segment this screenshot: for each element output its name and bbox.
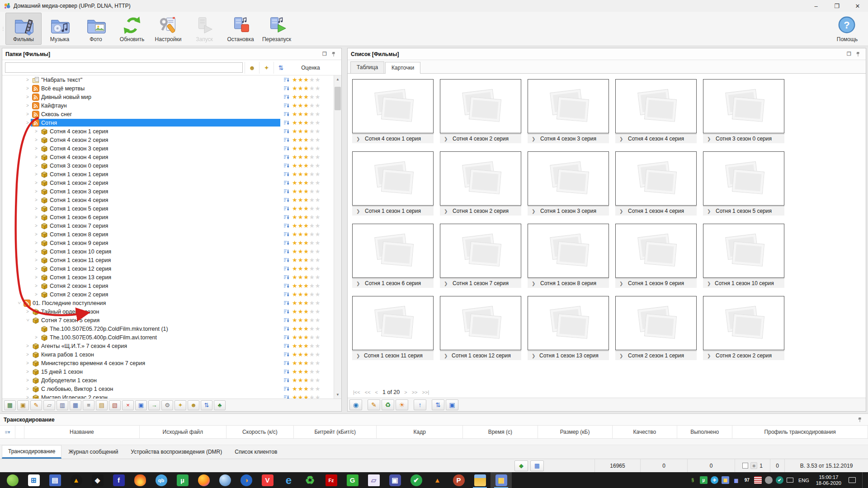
rating-stars[interactable]: ★★★★★ bbox=[292, 300, 334, 306]
chevron-right-icon[interactable]: > bbox=[33, 292, 39, 297]
refresh-page-icon[interactable]: ♻ bbox=[382, 399, 394, 410]
rating-stars[interactable]: ★★★★★ bbox=[292, 360, 334, 366]
card-expand-chevron-icon[interactable]: ❯ bbox=[440, 136, 452, 141]
chevron-right-icon[interactable]: > bbox=[24, 77, 31, 82]
telegram-icon[interactable]: ✈ bbox=[711, 476, 718, 484]
tree-row[interactable]: >Сотня 1 сезон 4 серия★★★★★ bbox=[2, 196, 334, 204]
tree-scrollbar[interactable]: ▲ ▼ bbox=[334, 75, 341, 399]
taskbar-app-foobar[interactable]: ◆ bbox=[87, 472, 108, 488]
chevron-right-icon[interactable]: > bbox=[33, 223, 39, 228]
media-card[interactable]: ❯Сотня 2 сезон 1 серия bbox=[615, 296, 697, 360]
media-card[interactable]: ❯Сотня 4 сезон 1 серия bbox=[352, 79, 434, 143]
rating-stars[interactable]: ★★★★★ bbox=[292, 317, 334, 324]
media-card[interactable]: ❯Сотня 2 сезон 2 серия bbox=[703, 296, 784, 360]
maximize-button[interactable]: ❐ bbox=[826, 0, 847, 12]
folder-go-icon[interactable]: → bbox=[148, 400, 160, 410]
toolbar-button-фото[interactable]: Фото bbox=[78, 13, 114, 45]
rating-stars[interactable]: ★★★★★ bbox=[292, 377, 334, 384]
media-card[interactable]: ❯Сотня 1 сезон 3 серия bbox=[528, 151, 609, 216]
pin-icon[interactable] bbox=[329, 50, 338, 58]
language-indicator[interactable]: ENG bbox=[797, 478, 811, 483]
dragon-icon[interactable]: § bbox=[689, 476, 697, 484]
card-expand-chevron-icon[interactable]: ❯ bbox=[352, 353, 364, 358]
gear-icon[interactable]: ⚙ bbox=[161, 400, 173, 410]
tree-row[interactable]: >Кайфтаун★★★★★ bbox=[2, 101, 334, 110]
edit-icon[interactable]: ✎ bbox=[30, 400, 42, 410]
chevron-right-icon[interactable]: > bbox=[33, 146, 39, 151]
chevron-right-icon[interactable]: > bbox=[24, 309, 31, 314]
page-nav-button[interactable]: < bbox=[375, 389, 378, 395]
tree-row[interactable]: >Сотня 1 сезон 10 серия★★★★★ bbox=[2, 247, 334, 256]
card-expand-chevron-icon[interactable]: ❯ bbox=[440, 353, 452, 358]
taskbar-app-store[interactable]: ⊞ bbox=[23, 472, 44, 488]
tree-row[interactable]: >Дивный новый мир★★★★★ bbox=[2, 93, 334, 101]
rating-stars[interactable]: ★★★★★ bbox=[292, 205, 334, 212]
taskbar-app-edge[interactable]: e bbox=[278, 472, 299, 488]
tree-row[interactable]: >Тайный орден 2 сезон★★★★★ bbox=[2, 307, 334, 316]
media-card[interactable]: ❯Сотня 1 сезон 11 серия bbox=[352, 296, 434, 360]
media-card[interactable]: ❯Сотня 1 сезон 10 серия bbox=[703, 224, 784, 288]
chevron-right-icon[interactable]: > bbox=[33, 129, 39, 134]
chevron-right-icon[interactable]: > bbox=[24, 112, 31, 117]
battery-97-icon[interactable]: 97 bbox=[743, 476, 751, 484]
scrollbar-thumb[interactable] bbox=[335, 87, 341, 110]
plant-icon[interactable]: ♣ bbox=[214, 400, 226, 410]
hms-icon[interactable]: ▦ bbox=[722, 476, 729, 484]
toolbar-button-перезапуск[interactable]: Перезапуск bbox=[259, 13, 295, 45]
show-desktop-button[interactable] bbox=[862, 472, 864, 488]
tree-row[interactable]: >Всё ещё мертвы★★★★★ bbox=[2, 84, 334, 93]
card-expand-chevron-icon[interactable]: ❯ bbox=[615, 281, 627, 286]
taskbar-app-flame[interactable] bbox=[129, 472, 151, 488]
minimize-button[interactable]: – bbox=[806, 0, 826, 12]
utorrent-icon[interactable]: µ bbox=[700, 476, 708, 484]
media-card[interactable]: ❯Сотня 1 сезон 12 серия bbox=[440, 296, 521, 360]
rating-stars[interactable]: ★★★★★ bbox=[292, 145, 334, 152]
taskbar-app-qbittorrent[interactable]: qb bbox=[151, 472, 172, 488]
card-expand-chevron-icon[interactable]: ❯ bbox=[528, 209, 539, 214]
chevron-right-icon[interactable]: > bbox=[24, 103, 31, 108]
tree-row[interactable]: >Сквозь снег★★★★★ bbox=[2, 110, 334, 118]
column-header[interactable]: Кадр bbox=[377, 426, 463, 438]
save-icon[interactable]: ▣ bbox=[135, 400, 147, 410]
taskbar-app-filezilla[interactable]: Fz bbox=[321, 472, 342, 488]
tree-row[interactable]: >Сотня 2 сезон 2 серия★★★★★ bbox=[2, 290, 334, 299]
user-icon[interactable]: ☻ bbox=[188, 400, 199, 410]
tree-row[interactable]: >Сотня 1 сезон 8 серия★★★★★ bbox=[2, 230, 334, 239]
tree-row[interactable]: >Сотня 1 сезон 7 серия★★★★★ bbox=[2, 221, 334, 230]
sort-media-icon[interactable]: ⇅ bbox=[432, 399, 444, 410]
card-expand-chevron-icon[interactable]: ❯ bbox=[528, 281, 539, 286]
page-nav-button[interactable]: > bbox=[404, 389, 407, 395]
rating-stars[interactable]: ★★★★★ bbox=[292, 282, 334, 289]
rating-stars[interactable]: ★★★★★ bbox=[292, 188, 334, 195]
chevron-right-icon[interactable]: > bbox=[24, 352, 31, 357]
card-expand-chevron-icon[interactable]: ❯ bbox=[352, 136, 364, 141]
media-card[interactable]: ❯Сотня 1 сезон 1 серия bbox=[352, 151, 434, 216]
tab-карточки[interactable]: Карточки bbox=[385, 62, 420, 74]
panel-maximize-icon[interactable]: ❐ bbox=[844, 50, 854, 58]
taskbar-app-explorer[interactable] bbox=[469, 472, 491, 488]
taskbar-app-remote[interactable]: ◑ bbox=[236, 472, 257, 488]
save-icon[interactable]: ▣ bbox=[446, 399, 458, 410]
tab-таблица[interactable]: Таблица bbox=[350, 61, 384, 73]
taskbar-app-hms[interactable]: ▦ bbox=[491, 472, 512, 488]
chevron-down-icon[interactable]: > bbox=[25, 317, 30, 324]
copy-icon[interactable]: ▥ bbox=[57, 400, 68, 410]
rating-stars[interactable]: ★★★★★ bbox=[292, 334, 334, 341]
taskbar-app-flash[interactable]: f bbox=[108, 472, 129, 488]
card-expand-chevron-icon[interactable]: ❯ bbox=[615, 209, 627, 214]
card-expand-chevron-icon[interactable]: ❯ bbox=[528, 353, 539, 358]
rating-stars[interactable]: ★★★★★ bbox=[292, 248, 334, 255]
chevron-right-icon[interactable]: > bbox=[33, 180, 39, 185]
media-card[interactable]: ❯Сотня 1 сезон 9 серия bbox=[615, 224, 697, 288]
tree-row[interactable]: >Сотня 3 сезон 0 серия★★★★★ bbox=[2, 161, 334, 170]
network-icon[interactable] bbox=[787, 478, 793, 483]
rating-stars[interactable]: ★★★★★ bbox=[292, 119, 334, 126]
rating-stars[interactable]: ★★★★★ bbox=[292, 222, 334, 229]
folder-x-icon[interactable]: ▧ bbox=[109, 400, 121, 410]
tree-row[interactable]: >Сотня 1 сезон 12 серия★★★★★ bbox=[2, 264, 334, 273]
tree-row[interactable]: >Министерство времени 4 сезон 7 серия★★★… bbox=[2, 359, 334, 367]
tree-row[interactable]: >Агенты «Щ.И.Т.» 7 сезон 4 серия★★★★★ bbox=[2, 342, 334, 350]
web-add-icon[interactable]: ◉ bbox=[349, 399, 362, 410]
taskbar-clock[interactable]: 15:00:17 18-06-2020 bbox=[814, 474, 843, 486]
card-expand-chevron-icon[interactable]: ❯ bbox=[352, 281, 364, 286]
